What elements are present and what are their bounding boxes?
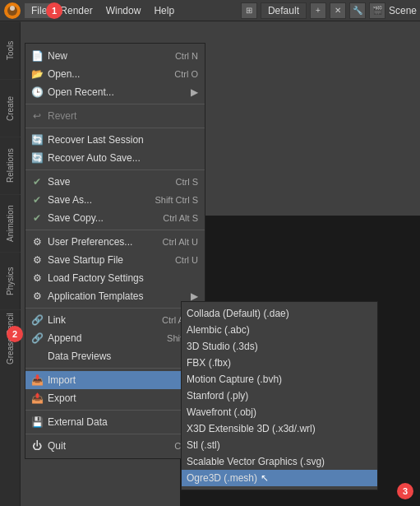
menu-quit[interactable]: ⏻ Quit Ctrl Q — [25, 437, 205, 455]
import-obj[interactable]: Wavefront (.obj) — [182, 404, 377, 420]
svg-point-2 — [10, 6, 15, 11]
recover-autosave-icon: 🔄 — [30, 151, 44, 165]
scene-icon-btn[interactable]: 🎬 — [369, 2, 385, 19]
file-dropdown-menu: 📄 New Ctrl N 📂 Open... Ctrl O 🕒 Open Rec… — [25, 43, 205, 459]
menu-help[interactable]: Help — [147, 3, 181, 18]
export-icon: 📤 — [30, 392, 44, 405]
previews-icon — [30, 350, 44, 363]
save-copy-icon: ✔ — [30, 211, 44, 225]
sep1 — [25, 104, 205, 104]
left-sidebar: Tools Create Relations Animation Physics… — [0, 21, 21, 506]
menu-revert[interactable]: ↩ Revert — [25, 107, 205, 125]
import-ogre3d[interactable]: Ogre3D (.mesh) ↖ — [182, 470, 377, 486]
templates-arrow: ▶ — [191, 290, 198, 302]
import-icon: 📥 — [30, 374, 44, 387]
import-bvh[interactable]: Motion Capture (.bvh) — [182, 371, 377, 388]
menu-recover-autosave[interactable]: 🔄 Recover Auto Save... — [25, 149, 205, 167]
revert-icon: ↩ — [30, 109, 44, 123]
save-as-icon: ✔ — [30, 193, 44, 207]
startup-icon: ⚙ — [30, 253, 44, 267]
sep5 — [25, 308, 205, 309]
menu-save-copy[interactable]: ✔ Save Copy... Ctrl Alt S — [25, 209, 205, 227]
badge-3: 3 — [397, 483, 413, 499]
link-icon: 🔗 — [30, 313, 44, 327]
menu-recover-session[interactable]: 🔄 Recover Last Session — [25, 131, 205, 149]
menu-append[interactable]: 🔗 Append Shift F1 — [25, 329, 205, 347]
add-scene-btn[interactable]: + — [310, 2, 326, 19]
sep3 — [25, 169, 205, 170]
import-ply[interactable]: Stanford (.ply) — [182, 388, 377, 404]
import-alembic[interactable]: Alembic (.abc) — [182, 322, 377, 338]
menu-open[interactable]: 📂 Open... Ctrl O — [25, 65, 205, 83]
new-icon: 📄 — [30, 49, 44, 63]
default-label[interactable]: Default — [261, 2, 307, 19]
sidebar-tab-relations[interactable]: Relations — [0, 137, 21, 194]
scene-settings-btn[interactable]: 🔧 — [349, 2, 366, 19]
open-icon: 📂 — [30, 67, 44, 81]
open-recent-arrow: ▶ — [191, 86, 198, 98]
external-icon: 💾 — [30, 415, 44, 429]
remove-scene-btn[interactable]: ✕ — [330, 2, 346, 19]
menu-save-as[interactable]: ✔ Save As... Shift Ctrl S — [25, 191, 205, 209]
menu-bar: File Render Window Help 1 ⊞ Default + ✕ … — [0, 0, 420, 21]
scene-label: Scene — [389, 5, 417, 16]
quit-icon: ⏻ — [30, 439, 44, 453]
prefs-icon: ⚙ — [30, 235, 44, 248]
sidebar-tab-create[interactable]: Create — [0, 79, 21, 137]
sidebar-tab-animation[interactable]: Animation — [0, 194, 21, 252]
open-recent-icon: 🕒 — [30, 86, 44, 99]
menu-data-previews[interactable]: Data Previews ▶ — [25, 347, 205, 365]
badge-2: 2 — [7, 326, 23, 342]
blender-logo[interactable] — [3, 2, 21, 20]
badge-1: 1 — [46, 2, 62, 19]
menu-app-templates[interactable]: ⚙ Application Templates ▶ — [25, 287, 205, 305]
menu-save-startup[interactable]: ⚙ Save Startup File Ctrl U — [25, 251, 205, 269]
recover-session-icon: 🔄 — [30, 133, 44, 146]
menu-export[interactable]: 📤 Export ▶ — [25, 389, 205, 407]
menu-link[interactable]: 🔗 Link Ctrl Alt O — [25, 311, 205, 329]
main-area: Tools Create Relations Animation Physics… — [0, 21, 420, 506]
sep4 — [25, 230, 205, 230]
templates-icon: ⚙ — [30, 290, 44, 303]
sidebar-tab-physics[interactable]: Physics — [0, 252, 21, 309]
factory-icon: ⚙ — [30, 272, 44, 285]
menu-save[interactable]: ✔ Save Ctrl S — [25, 173, 205, 191]
import-x3d[interactable]: X3D Extensible 3D (.x3d/.wrl) — [182, 420, 377, 437]
sep2 — [25, 128, 205, 128]
sidebar-tab-tools[interactable]: Tools — [0, 21, 21, 79]
import-fbx[interactable]: FBX (.fbx) — [182, 355, 377, 371]
sep6 — [25, 368, 205, 369]
save-icon: ✔ — [30, 175, 44, 188]
import-submenu: Collada (Default) (.dae) Alembic (.abc) … — [181, 301, 378, 490]
menu-window[interactable]: Window — [99, 3, 148, 18]
menu-user-prefs[interactable]: ⚙ User Preferences... Ctrl Alt U — [25, 233, 205, 251]
menu-import[interactable]: 📥 Import ▶ — [25, 371, 205, 389]
append-icon: 🔗 — [30, 332, 44, 345]
import-3ds[interactable]: 3D Studio (.3ds) — [182, 338, 377, 355]
menu-new[interactable]: 📄 New Ctrl N — [25, 47, 205, 65]
import-collada[interactable]: Collada (Default) (.dae) — [182, 305, 377, 322]
sep7 — [25, 410, 205, 411]
viewport-icon-btn[interactable]: ⊞ — [241, 2, 257, 19]
import-svg[interactable]: Scalable Vector Graphics (.svg) — [182, 453, 377, 470]
menu-open-recent[interactable]: 🕒 Open Recent... ▶ — [25, 83, 205, 101]
menu-external-data[interactable]: 💾 External Data ▶ — [25, 413, 205, 431]
cursor-icon: ↖ — [261, 472, 269, 484]
sep8 — [25, 434, 205, 434]
menu-load-factory[interactable]: ⚙ Load Factory Settings — [25, 269, 205, 287]
import-stl[interactable]: Stl (.stl) — [182, 437, 377, 453]
